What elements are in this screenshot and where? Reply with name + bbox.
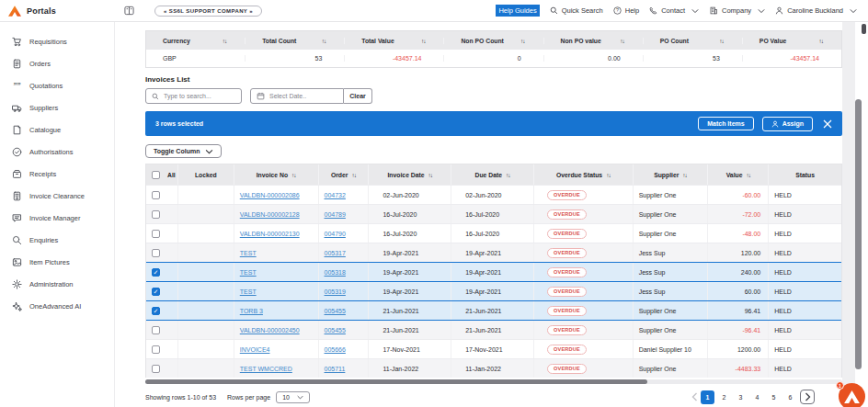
sidebar-item-invoice-manager[interactable]: Invoice Manager (0, 207, 114, 229)
rows-per-page-select[interactable]: 10 (276, 391, 310, 403)
page-button-3[interactable]: 3 (734, 390, 748, 404)
page-button-6[interactable]: 6 (783, 390, 797, 404)
page-button-5[interactable]: 5 (767, 390, 781, 404)
order-link[interactable]: 005318 (325, 269, 346, 276)
value-cell: 96.41 (745, 308, 761, 314)
invoice-no-link[interactable]: TEST (240, 269, 257, 276)
order-link[interactable]: 005455 (325, 308, 346, 314)
horizontal-scrollbar[interactable] (145, 379, 842, 384)
assign-button[interactable]: Assign (762, 117, 813, 131)
row-checkbox[interactable] (152, 326, 160, 334)
column-header-due-date[interactable]: Due Date↑↓ (451, 164, 533, 185)
table-row: VALDBN-00000208600473202-Jun-202002-Jun-… (146, 185, 841, 204)
sidebar-item-authorisations[interactable]: Authorisations (0, 141, 114, 163)
chevron-down-icon (850, 8, 857, 14)
help-button[interactable]: ? Help (613, 6, 639, 15)
order-link[interactable]: 004790 (325, 231, 346, 237)
status-cell: HELD (774, 231, 792, 237)
invoice-no-link[interactable]: TEST (240, 288, 257, 295)
sidebar-item-oneadvanced-ai[interactable]: OneAdvanced AI (0, 295, 114, 317)
order-link[interactable]: 004789 (325, 211, 346, 218)
column-header-invoice-date[interactable]: Invoice Date↑↓ (368, 164, 451, 185)
row-checkbox[interactable]: ✓ (152, 307, 160, 315)
summary-column-header[interactable]: Total Value↑↓ (344, 38, 443, 44)
row-checkbox[interactable] (152, 345, 160, 354)
order-link[interactable]: 005711 (325, 366, 346, 372)
outer-scrollbar-thumb[interactable] (862, 24, 866, 34)
chat-doc-icon (12, 213, 22, 223)
row-checkbox[interactable] (152, 191, 160, 199)
user-menu[interactable]: Caroline Buckland (775, 6, 857, 15)
row-checkbox[interactable] (152, 365, 160, 373)
invoice-no-link[interactable]: INVOICE4 (240, 346, 270, 353)
date-input[interactable]: Select Date.. (250, 88, 344, 104)
order-link[interactable]: 005317 (325, 250, 346, 256)
sidebar-item-catalogue[interactable]: Catalogue (0, 119, 114, 141)
quick-search-button[interactable]: Quick Search (550, 6, 603, 15)
summary-column-header[interactable]: PO Value↑↓ (742, 38, 841, 44)
invoice-no-link[interactable]: VALDBN-000002086 (240, 192, 300, 198)
clear-button[interactable]: Clear (344, 88, 372, 104)
help-guides-button[interactable]: Help Guides (496, 5, 539, 17)
horizontal-scrollbar-thumb[interactable] (145, 379, 647, 384)
summary-column-header[interactable]: Total Count↑↓ (245, 38, 344, 44)
page-button-1[interactable]: 1 (701, 390, 714, 404)
close-icon[interactable] (823, 119, 832, 129)
summary-column-header[interactable]: Non PO Count↑↓ (443, 38, 542, 44)
vertical-scrollbar-thumb[interactable] (855, 99, 862, 369)
sidebar-item-suppliers[interactable]: Suppliers (0, 96, 114, 119)
invoice-no-link[interactable]: VALDBN-000002130 (240, 231, 300, 237)
row-checkbox[interactable]: ✓ (152, 268, 160, 277)
order-link[interactable]: 005666 (325, 346, 346, 353)
page-button-4[interactable]: 4 (750, 390, 764, 404)
picture-icon (12, 257, 22, 267)
column-header-order[interactable]: Order↑↓ (318, 164, 369, 185)
oneadvanced-assistant-button[interactable]: 1 (839, 383, 865, 407)
previous-page-button[interactable] (691, 392, 698, 401)
sidebar-item-enquiries[interactable]: Enquiries (0, 229, 114, 251)
order-link[interactable]: 005455 (325, 327, 346, 334)
next-page-button[interactable] (800, 390, 815, 404)
summary-column-header[interactable]: Non PO value↑↓ (543, 38, 643, 44)
invoice-no-link[interactable]: VALDBN-000002128 (240, 211, 300, 218)
row-checkbox[interactable] (152, 230, 160, 238)
match-items-button[interactable]: Match Items (698, 117, 753, 130)
search-input[interactable]: Type to search... (145, 88, 242, 104)
summary-column-header[interactable]: Currency↑↓ (146, 38, 245, 44)
sidebar-item-administration[interactable]: Administration (0, 273, 114, 295)
sidebar-item-orders[interactable]: Orders (0, 52, 114, 74)
order-link[interactable]: 004732 (325, 192, 346, 198)
company-menu[interactable]: Company (709, 6, 765, 15)
panel-toggle-icon[interactable] (124, 6, 134, 16)
company-badge[interactable]: « SS6L SUPPORT COMPANY » (154, 6, 262, 17)
sidebar-item-quotations[interactable]: ””Quotations (0, 74, 114, 96)
select-all-checkbox[interactable] (152, 171, 160, 179)
toggle-column-button[interactable]: Toggle Column (145, 144, 222, 158)
document-icon (12, 59, 22, 69)
column-header-all[interactable]: All (146, 164, 177, 185)
sidebar-item-invoice-clearance[interactable]: Invoice Clearance (0, 185, 114, 207)
sort-icon: ↑↓ (351, 172, 356, 178)
column-header-value[interactable]: Value↑↓ (707, 164, 768, 185)
sort-icon: ↑↓ (428, 172, 433, 178)
row-checkbox[interactable]: ✓ (152, 288, 160, 296)
column-header-supplier[interactable]: Supplier↑↓ (633, 164, 708, 185)
row-checkbox[interactable] (152, 249, 160, 257)
status-cell: HELD (774, 346, 792, 353)
invoice-no-link[interactable]: TEST WMCCRED (240, 366, 292, 372)
summary-column-header[interactable]: PO Count↑↓ (643, 38, 742, 44)
order-link[interactable]: 005319 (325, 288, 346, 295)
invoice-no-link[interactable]: TEST (240, 250, 257, 256)
page-button-2[interactable]: 2 (717, 390, 731, 404)
row-checkbox[interactable] (152, 210, 160, 219)
invoice-no-link[interactable]: VALDBN-000002450 (240, 327, 300, 334)
sidebar-item-receipts[interactable]: Receipts (0, 163, 114, 185)
column-header-invoice-no[interactable]: Invoice No↑↓ (234, 164, 318, 185)
contact-menu[interactable]: Contact (649, 6, 699, 15)
search-icon (12, 235, 22, 245)
sidebar-item-requisitions[interactable]: Requisitions (0, 30, 114, 52)
vertical-scrollbar-track[interactable] (842, 22, 855, 407)
invoice-no-link[interactable]: TORB 3 (240, 308, 263, 314)
column-header-overdue-status[interactable]: Overdue Status↑↓ (533, 164, 633, 185)
sidebar-item-item-pictures[interactable]: Item Pictures (0, 251, 114, 273)
